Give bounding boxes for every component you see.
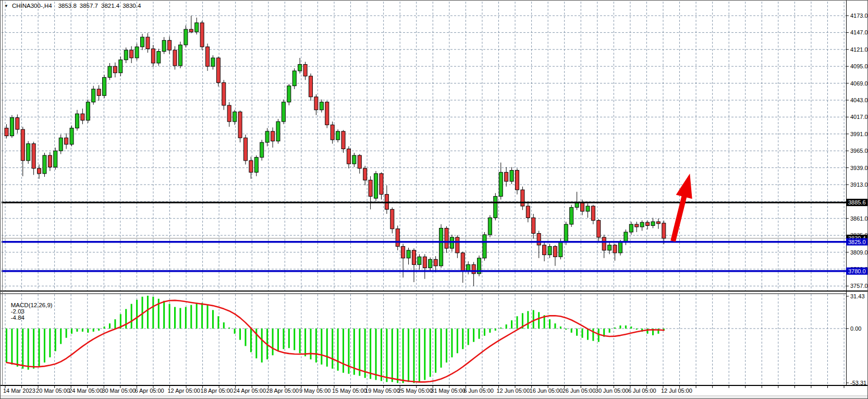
price-axis-label: 4173.0 — [850, 13, 868, 19]
time-axis-label: 31 May 05:00 — [431, 388, 466, 394]
candle-bear — [130, 50, 133, 58]
macd-histogram-bar — [304, 329, 306, 356]
macd-histogram-bar — [174, 307, 176, 329]
price-axis-label: 3965.0 — [850, 148, 868, 154]
macd-histogram-bar — [185, 307, 187, 329]
price-axis-badge: 3780.0 — [846, 268, 868, 275]
symbol-dropdown-icon[interactable]: ▼ — [4, 4, 8, 8]
macd-histogram-bar — [207, 305, 209, 329]
candle-bear — [602, 237, 606, 250]
price-axis-label: 3913.0 — [850, 182, 868, 188]
candle-bull — [27, 143, 30, 160]
candle-bull — [276, 122, 280, 141]
candle-bear — [314, 97, 318, 110]
macd-histogram-bar — [419, 329, 420, 382]
candle-bull — [494, 196, 497, 217]
candle-bull — [108, 66, 112, 77]
candle-bull — [103, 77, 106, 95]
time-axis-label: 6 Apr 05:00 — [135, 388, 164, 394]
macd-histogram-bar — [98, 329, 100, 331]
macd-histogram-bar — [451, 329, 453, 357]
time-axis-label: 6 Jul 05:00 — [628, 388, 656, 394]
macd-histogram-bar — [223, 322, 225, 329]
candle-bull — [292, 71, 296, 86]
macd-histogram-bar — [190, 305, 192, 329]
macd-signal-line — [7, 300, 664, 382]
macd-histogram-bar — [386, 329, 387, 382]
macd-histogram-bar — [516, 316, 518, 329]
price-axis-label: 3861.0 — [850, 215, 868, 222]
price-axis[interactable]: 4173.04147.04121.04095.04069.04043.04017… — [846, 13, 868, 386]
macd-histogram-bar — [397, 329, 398, 383]
macd-histogram-bar — [560, 327, 561, 329]
macd-histogram-bar — [11, 329, 13, 365]
candle-bull — [195, 23, 199, 32]
macd-histogram-bar — [60, 329, 62, 344]
macd-histogram-bar — [381, 329, 382, 381]
chart-canvas[interactable]: 4173.04147.04121.04095.04069.04043.04017… — [1, 1, 868, 399]
candle-bear — [656, 222, 660, 224]
macd-histogram-bar — [489, 329, 491, 333]
candle-bear — [303, 64, 307, 76]
candle-bear — [222, 82, 226, 105]
candle-bull — [54, 151, 57, 167]
candle-bull — [298, 64, 302, 70]
trend-arrow[interactable] — [673, 174, 692, 241]
candle-bear — [363, 168, 367, 180]
indicator-main-value: -2.03 — [11, 308, 25, 315]
macd-histogram-bar — [549, 319, 551, 329]
price-axis-label: 3991.0 — [850, 131, 868, 137]
candle-bear — [249, 161, 253, 172]
macd-histogram-bar — [163, 301, 165, 329]
time-axis-label: 16 Jun 05:00 — [530, 388, 563, 394]
macd-histogram-bar — [364, 329, 366, 378]
candle-bull — [211, 58, 215, 66]
candle-bull — [374, 174, 378, 198]
macd-histogram-bar — [598, 329, 600, 342]
macd-histogram-bar — [87, 329, 89, 333]
macd-histogram-bar — [169, 304, 170, 329]
time-axis-label: 12 Apr 05:00 — [168, 388, 200, 394]
candle-bull — [119, 60, 123, 73]
candle-bear — [38, 168, 41, 174]
macd-histogram-bar — [109, 323, 111, 329]
indicator-signal-value: -4.84 — [11, 315, 25, 321]
macd-histogram-bar — [179, 308, 181, 329]
candle-bull — [488, 218, 492, 235]
price-axis-label: 4017.0 — [850, 114, 868, 120]
macd-histogram-bar — [506, 324, 507, 329]
time-axis-label: 9 May 05:00 — [299, 388, 331, 394]
time-axis-label: 30 Jun 05:00 — [595, 388, 629, 394]
candle-bear — [168, 40, 172, 50]
price-axis-label: 3809.0 — [850, 249, 868, 256]
candle-bull — [124, 50, 128, 60]
candle-bear — [537, 233, 541, 245]
time-axis[interactable]: 14 Mar 202320 Mar 05:0024 Mar 05:0030 Ma… — [3, 386, 844, 394]
time-axis-label: 14 Mar 2023 — [3, 388, 35, 394]
macd-histogram-bar — [332, 329, 333, 369]
candle-bear — [597, 221, 601, 237]
macd-histogram-bar — [587, 329, 589, 340]
macd-histogram-bar — [571, 329, 572, 333]
ohlc-high: 3857.7 — [80, 3, 98, 9]
candle-bull — [336, 131, 340, 140]
trend-arrow-head — [676, 174, 692, 199]
candle-bull — [75, 114, 79, 128]
time-axis-label: 15 May 05:00 — [332, 388, 367, 394]
candle-bull — [439, 228, 443, 265]
candle-bear — [591, 206, 595, 220]
candle-bull — [629, 224, 633, 232]
candle-bear — [200, 23, 204, 47]
candle-bear — [553, 246, 557, 257]
macd-histogram-bar — [299, 329, 301, 353]
candle-bear — [662, 223, 666, 238]
price-axis-badge: 3825.0 — [846, 238, 868, 246]
macd-histogram-bar — [468, 329, 469, 345]
macd-axis-label: 31.43 — [850, 293, 865, 299]
macd-axis-label: -53.31 — [850, 380, 866, 386]
candle-bear — [271, 131, 275, 141]
macd-histogram-bar — [479, 329, 480, 339]
candle-bear — [227, 105, 231, 122]
macd-histogram-bar — [244, 329, 246, 346]
symbol-period-label: CHINA300-,H4 — [12, 3, 52, 9]
